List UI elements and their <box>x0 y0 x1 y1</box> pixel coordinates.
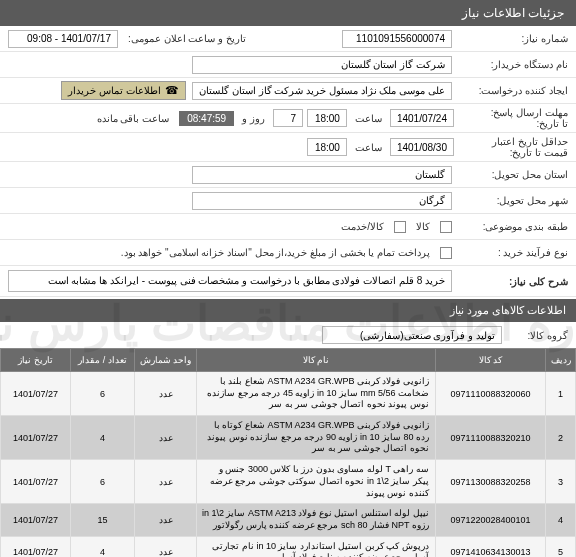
cell-name: نیپل لوله استنلس استیل نوع فولاد ASTM A2… <box>197 504 436 536</box>
table-row: 20971110088320210زانویی فولاد کربنی ASTM… <box>1 416 576 460</box>
days-label: روز و <box>238 113 269 124</box>
cell-code: 0971220028400101 <box>436 504 546 536</box>
need-desc-label: شرح کلی نیاز: <box>458 276 568 287</box>
cell-date: 1401/07/27 <box>1 504 71 536</box>
buyer-org-value: شرکت گاز استان گلستان <box>192 56 452 74</box>
remaining-label: ساعت باقی مانده <box>97 113 176 124</box>
row-process: نوع فرآیند خرید : پرداخت تمام یا بخشی از… <box>0 240 576 266</box>
cell-name: درپوش کپ کربن استیل استاندارد سایز in 10… <box>197 536 436 557</box>
payment-note: پرداخت تمام یا بخشی از مبلغ خرید،از محل … <box>121 247 434 258</box>
th-date: تاریخ نیاز <box>1 349 71 372</box>
goods-section-bar: اطلاعات کالاهای مورد نیاز <box>0 299 576 322</box>
cell-qty: 4 <box>71 416 135 460</box>
cell-idx: 2 <box>546 416 576 460</box>
cell-code: 0971110088320060 <box>436 372 546 416</box>
cell-qty: 15 <box>71 504 135 536</box>
cell-qty: 6 <box>71 460 135 504</box>
row-category: طبقه بندی موضوعی: کالا کالا/خدمت <box>0 214 576 240</box>
table-row: 50971410634130013درپوش کپ کربن استیل است… <box>1 536 576 557</box>
cell-idx: 4 <box>546 504 576 536</box>
city-value: گرگان <box>192 192 452 210</box>
deadline-label-1: مهلت ارسال پاسخ: <box>491 107 568 118</box>
th-qty: تعداد / مقدار <box>71 349 135 372</box>
cell-code: 0971110088320210 <box>436 416 546 460</box>
cell-name: زانویی فولاد کربنی ASTM A234 GR.WPB شعاع… <box>197 372 436 416</box>
validity-label: حداقل تاریخ اعتبار قیمت تا تاریخ: <box>458 136 568 158</box>
row-need-number: شماره نیاز: 1101091556000074 تاریخ و ساع… <box>0 26 576 52</box>
process-label: نوع فرآیند خرید : <box>458 247 568 258</box>
row-group: گروه کالا: تولید و فرآوری صنعتی(سفارشی) <box>0 322 576 348</box>
time-label-1: ساعت <box>351 113 386 124</box>
title-text: جزئیات اطلاعات نیاز <box>462 6 564 20</box>
goods-checkbox[interactable] <box>440 221 452 233</box>
need-no-value: 1101091556000074 <box>342 30 452 48</box>
cell-unit: عدد <box>135 504 197 536</box>
table-row: 30971130088320258سه راهی T لوله مساوی بد… <box>1 460 576 504</box>
row-deadline: مهلت ارسال پاسخ: تا تاریخ: 1401/07/24 سا… <box>0 104 576 133</box>
group-value: تولید و فرآوری صنعتی(سفارشی) <box>322 326 502 344</box>
buyer-org-label: نام دستگاه خریدار: <box>458 59 568 70</box>
cell-name: زانویی فولاد کربنی ASTM A234 GR.WPB شعاع… <box>197 416 436 460</box>
group-label: گروه کالا: <box>508 330 568 341</box>
goods-table: ردیف کد کالا نام کالا واحد شمارش تعداد /… <box>0 348 576 557</box>
cell-code: 0971410634130013 <box>436 536 546 557</box>
th-code: کد کالا <box>436 349 546 372</box>
cell-name: سه راهی T لوله مساوی بدون درز با کلاس 30… <box>197 460 436 504</box>
th-name: نام کالا <box>197 349 436 372</box>
city-label: شهر محل تحویل: <box>458 195 568 206</box>
cell-date: 1401/07/27 <box>1 416 71 460</box>
service-label: کالا/خدمت <box>337 221 388 232</box>
contact-label: اطلاعات تماس خریدار <box>68 85 161 96</box>
validity-label-2: قیمت تا تاریخ: <box>510 147 568 158</box>
cell-date: 1401/07/27 <box>1 460 71 504</box>
row-buyer-org: نام دستگاه خریدار: شرکت گاز استان گلستان <box>0 52 576 78</box>
category-label: طبقه بندی موضوعی: <box>458 221 568 232</box>
payment-checkbox[interactable] <box>440 247 452 259</box>
deadline-label-2: تا تاریخ: <box>536 118 568 129</box>
cell-unit: عدد <box>135 536 197 557</box>
row-requester: ایجاد کننده درخواست: علی موسی ملک نژاد م… <box>0 78 576 104</box>
row-need-desc: شرح کلی نیاز: خرید 8 قلم اتصالات فولادی … <box>0 266 576 297</box>
time-label-2: ساعت <box>351 142 386 153</box>
need-no-label: شماره نیاز: <box>458 33 568 44</box>
deadline-time: 18:00 <box>307 109 347 127</box>
cell-unit: عدد <box>135 416 197 460</box>
table-row: 40971220028400101نیپل لوله استنلس استیل … <box>1 504 576 536</box>
deadline-days: 7 <box>273 109 303 127</box>
deadline-date: 1401/07/24 <box>390 109 454 127</box>
cell-unit: عدد <box>135 372 197 416</box>
title-bar: جزئیات اطلاعات نیاز <box>0 0 576 26</box>
table-row: 10971110088320060زانویی فولاد کربنی ASTM… <box>1 372 576 416</box>
goods-section-title: اطلاعات کالاهای مورد نیاز <box>450 304 566 316</box>
goods-label: کالا <box>412 221 434 232</box>
province-label: استان محل تحویل: <box>458 169 568 180</box>
th-idx: ردیف <box>546 349 576 372</box>
validity-label-1: حداقل تاریخ اعتبار <box>492 136 568 147</box>
validity-time: 18:00 <box>307 138 347 156</box>
countdown-value: 08:47:59 <box>179 111 234 126</box>
row-validity: حداقل تاریخ اعتبار قیمت تا تاریخ: 1401/0… <box>0 133 576 162</box>
requester-value: علی موسی ملک نژاد مسئول خرید شرکت گاز اس… <box>192 82 452 100</box>
validity-date: 1401/08/30 <box>390 138 454 156</box>
announce-value: 1401/07/17 - 09:08 <box>8 30 118 48</box>
deadline-label: مهلت ارسال پاسخ: تا تاریخ: <box>458 107 568 129</box>
province-value: گلستان <box>192 166 452 184</box>
cell-idx: 3 <box>546 460 576 504</box>
cell-unit: عدد <box>135 460 197 504</box>
th-unit: واحد شمارش <box>135 349 197 372</box>
cell-idx: 5 <box>546 536 576 557</box>
row-province: استان محل تحویل: گلستان <box>0 162 576 188</box>
cell-qty: 4 <box>71 536 135 557</box>
cell-date: 1401/07/27 <box>1 372 71 416</box>
need-desc-value: خرید 8 قلم اتصالات فولادی مطابق با درخوا… <box>8 270 452 292</box>
contact-badge[interactable]: اطلاعات تماس خریدار <box>61 81 186 100</box>
cell-date: 1401/07/27 <box>1 536 71 557</box>
requester-label: ایجاد کننده درخواست: <box>458 85 568 96</box>
cell-qty: 6 <box>71 372 135 416</box>
cell-idx: 1 <box>546 372 576 416</box>
cell-code: 0971130088320258 <box>436 460 546 504</box>
row-city: شهر محل تحویل: گرگان <box>0 188 576 214</box>
announce-label: تاریخ و ساعت اعلان عمومی: <box>124 33 250 44</box>
table-header-row: ردیف کد کالا نام کالا واحد شمارش تعداد /… <box>1 349 576 372</box>
service-checkbox[interactable] <box>394 221 406 233</box>
